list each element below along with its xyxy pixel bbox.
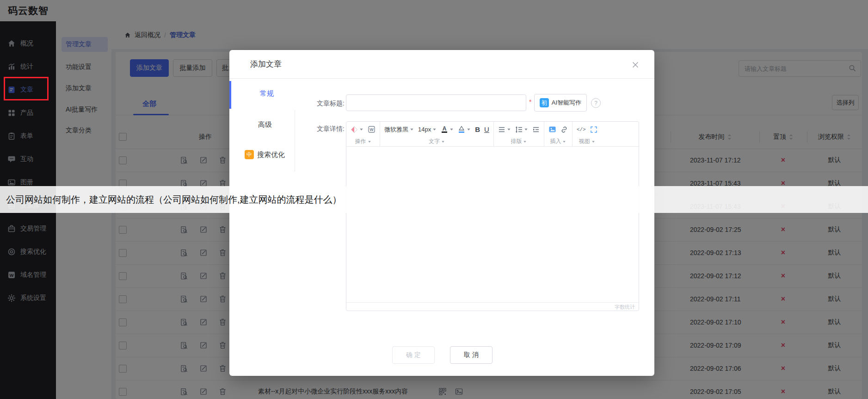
- dropdown-caret-icon: [441, 140, 445, 143]
- dropdown-caret-icon: [523, 140, 527, 143]
- font-size-select[interactable]: 14px: [418, 126, 437, 133]
- banner-text: 公司网站如何制作，建立网站的流程（公司网站如何制作,建立网站的流程是什么）: [6, 193, 342, 206]
- svg-text:W: W: [369, 127, 374, 132]
- active-tab-indicator: [229, 81, 231, 109]
- layout-group-label[interactable]: 排版: [498, 137, 540, 146]
- highlight-color-button[interactable]: [458, 125, 471, 133]
- close-icon[interactable]: [632, 61, 639, 69]
- dropdown-caret-icon: [507, 127, 511, 131]
- editor-toolbar: W 操作 微软雅黑 14px: [346, 122, 639, 147]
- indent-button[interactable]: [532, 126, 540, 133]
- svg-text:A: A: [443, 125, 447, 132]
- dropdown-caret-icon: [591, 140, 595, 143]
- eraser-button[interactable]: [351, 126, 363, 133]
- editor-status-bar: 字数统计: [346, 302, 639, 312]
- align-button[interactable]: [498, 126, 511, 133]
- editor-group-ops: W 操作: [346, 122, 380, 146]
- insert-group-label[interactable]: 插入: [548, 137, 568, 146]
- editor-group-text: 微软雅黑 14px A B: [380, 122, 494, 146]
- ai-badge-icon: 初: [540, 98, 549, 107]
- line-height-button[interactable]: [515, 126, 528, 133]
- editor-content-area[interactable]: [346, 147, 639, 302]
- fullscreen-button[interactable]: [590, 126, 597, 133]
- add-article-modal: 添加文章 常规 高级 中 搜索优化 文章标题: * 初 AI智能写作 ? 文章详…: [229, 50, 654, 376]
- modal-tab-seo[interactable]: 中 搜索优化: [245, 150, 285, 159]
- article-title-input[interactable]: [346, 94, 526, 111]
- editor-group-view: </> 视图: [573, 122, 602, 146]
- font-color-button[interactable]: A: [441, 125, 454, 133]
- dropdown-caret-icon: [562, 140, 566, 143]
- word-count-label[interactable]: 字数统计: [615, 304, 635, 311]
- insert-link-button[interactable]: [560, 126, 568, 133]
- dropdown-caret-icon: [524, 127, 528, 131]
- editor-group-layout: 排版: [494, 122, 544, 146]
- modal-title: 添加文章: [250, 50, 282, 79]
- code-view-button[interactable]: </>: [577, 127, 586, 132]
- dropdown-caret-icon: [368, 140, 371, 143]
- cancel-button[interactable]: 取 消: [450, 346, 492, 364]
- ops-group-label[interactable]: 操作: [351, 137, 376, 146]
- word-import-button[interactable]: W: [368, 125, 376, 133]
- dropdown-caret-icon: [359, 127, 363, 131]
- dropdown-caret-icon: [432, 127, 437, 131]
- dropdown-caret-icon: [467, 127, 471, 131]
- help-icon[interactable]: ?: [591, 98, 601, 108]
- article-title-label: 文章标题:: [289, 100, 345, 108]
- editor-group-insert: 插入: [544, 122, 573, 146]
- insert-image-button[interactable]: [548, 125, 556, 133]
- ai-writing-button[interactable]: 初 AI智能写作: [534, 94, 587, 112]
- floating-title-banner: 公司网站如何制作，建立网站的流程（公司网站如何制作,建立网站的流程是什么）: [0, 186, 868, 213]
- required-mark: *: [529, 98, 531, 106]
- article-detail-label: 文章详情:: [289, 125, 345, 133]
- rich-text-editor: W 操作 微软雅黑 14px: [346, 121, 639, 311]
- tab-rail-divider: [295, 110, 295, 172]
- seo-badge-icon: 中: [245, 150, 254, 159]
- bold-button[interactable]: B: [475, 125, 480, 133]
- confirm-button[interactable]: 确 定: [392, 346, 435, 364]
- font-family-select[interactable]: 微软雅黑: [384, 125, 414, 134]
- annotation-highlight-box: [4, 77, 49, 100]
- dropdown-caret-icon: [410, 127, 414, 131]
- view-group-label[interactable]: 视图: [577, 137, 597, 146]
- modal-tab-advanced[interactable]: 高级: [258, 120, 272, 129]
- modal-header: 添加文章: [229, 50, 654, 79]
- underline-button[interactable]: U: [484, 125, 489, 133]
- text-group-label[interactable]: 文字: [384, 137, 489, 146]
- dropdown-caret-icon: [449, 127, 454, 131]
- modal-tab-general[interactable]: 常规: [260, 89, 274, 98]
